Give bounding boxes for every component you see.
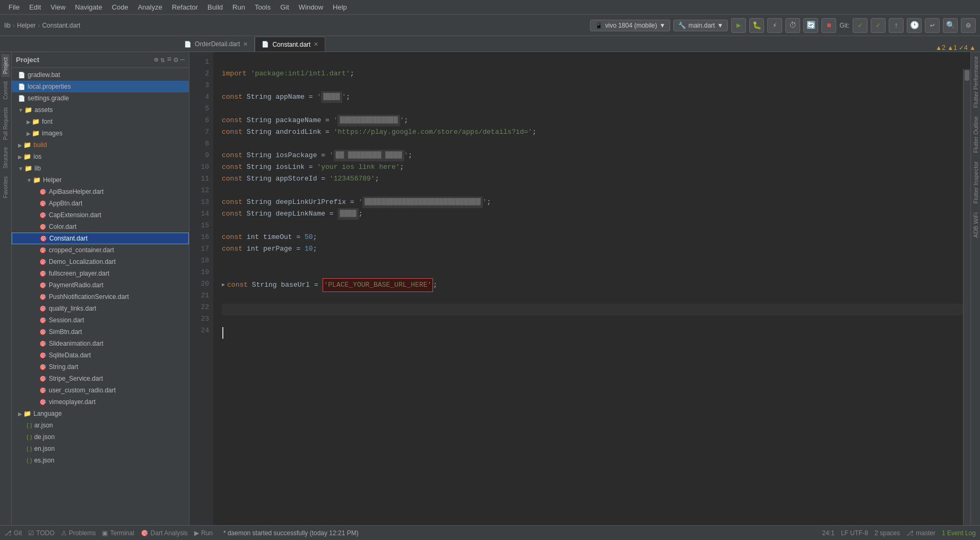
tree-item-build[interactable]: ▶ 📁 build <box>12 139 189 151</box>
status-eventlog[interactable]: 1 Event Log <box>942 529 976 537</box>
tree-item-quality[interactable]: 🎯 quality_links.dart <box>12 303 189 314</box>
tree-item-capext[interactable]: 🎯 CapExtension.dart <box>12 209 189 221</box>
device-selector[interactable]: 📱 vivo 1804 (mobile) ▼ <box>590 20 670 31</box>
breadcrumb-file[interactable]: Constant.dart <box>42 22 80 29</box>
status-git[interactable]: ⎇ Git <box>4 529 22 537</box>
tree-item-demoloc[interactable]: 🎯 Demo_Localization.dart <box>12 256 189 268</box>
tree-item-session[interactable]: 🎯 Session.dart <box>12 314 189 326</box>
status-run[interactable]: ▶ Run <box>194 529 213 537</box>
tree-item-payment[interactable]: 🎯 PaymentRadio.dart <box>12 279 189 291</box>
tab-constant[interactable]: 📄 Constant.dart ✕ <box>255 37 325 52</box>
menu-edit[interactable]: Edit <box>25 2 45 12</box>
tree-item-color[interactable]: 🎯 Color.dart <box>12 221 189 233</box>
tree-item-gradlew[interactable]: 📄 gradlew.bat <box>12 69 189 81</box>
tree-item-fullscreen[interactable]: 🎯 fullscreen_player.dart <box>12 268 189 279</box>
tab-close-constant[interactable]: ✕ <box>314 41 318 48</box>
tree-item-lib[interactable]: ▼ 📁 lib <box>12 162 189 174</box>
tree-item-constant[interactable]: 🎯 Constant.dart <box>12 233 189 244</box>
sidebar-pin-icon[interactable]: ⊕ <box>154 55 158 64</box>
tab-close-orderdetail[interactable]: ✕ <box>243 41 248 48</box>
sidebar-settings-icon[interactable]: ⚙ <box>174 55 178 64</box>
tree-item-de[interactable]: { } de.json <box>12 431 189 443</box>
menu-analyze[interactable]: Analyze <box>134 2 167 12</box>
profile-button[interactable]: ⏱ <box>785 18 800 33</box>
tree-item-es[interactable]: { } es.json <box>12 455 189 466</box>
breadcrumb-helper[interactable]: Helper <box>17 22 36 29</box>
sidebar-close-icon[interactable]: — <box>180 55 185 64</box>
tree-item-appbtn[interactable]: 🎯 AppBtn.dart <box>12 198 189 209</box>
tree-item-en[interactable]: { } en.json <box>12 443 189 455</box>
tree-item-stripe[interactable]: 🎯 Stripe_Service.dart <box>12 373 189 384</box>
tree-item-apibase[interactable]: 🎯 ApiBaseHelper.dart <box>12 186 189 198</box>
git-checkmark[interactable]: ✓ <box>853 18 868 33</box>
tree-item-font[interactable]: ▶ 📁 font <box>12 116 189 127</box>
menu-code[interactable]: Code <box>108 2 133 12</box>
run-config[interactable]: 🔧 main.dart ▼ <box>673 20 728 31</box>
sidebar-sort-icon[interactable]: ⇅ <box>160 55 164 64</box>
vtab-favorites[interactable]: Favorites <box>2 173 10 201</box>
expand-icon[interactable]: ▶ <box>222 279 225 291</box>
dart-icon: 🎯 <box>39 375 47 382</box>
rollback-button[interactable]: ↩ <box>925 18 940 33</box>
menu-run[interactable]: Run <box>228 2 249 12</box>
debug-button[interactable]: 🐛 <box>749 18 764 33</box>
git-push[interactable]: ↑ <box>889 18 904 33</box>
vtab-commit[interactable]: Commit <box>2 78 10 102</box>
stop-button[interactable]: ■ <box>821 18 836 33</box>
code-editor[interactable]: 12345 678910 1112131415 1617181920 21222… <box>189 52 970 525</box>
tree-item-ios[interactable]: ▶ 📁 ios <box>12 151 189 162</box>
status-problems[interactable]: ⚠ Problems <box>61 529 96 537</box>
tab-orderdetail[interactable]: 📄 OrderDetail.dart ✕ <box>178 37 255 52</box>
hot-reload-button[interactable]: 🔄 <box>803 18 818 33</box>
tree-item-sqlite[interactable]: 🎯 SqliteData.dart <box>12 349 189 361</box>
arrow-icon: ▶ <box>18 142 22 148</box>
menu-build[interactable]: Build <box>203 2 227 12</box>
coverage-button[interactable]: ⚡ <box>767 18 782 33</box>
tree-item-language[interactable]: ▶ 📁 Language <box>12 408 189 419</box>
tree-item-helper[interactable]: ▼ 📁 Helper <box>12 174 189 186</box>
vtab-pullrequests[interactable]: Pull Requests <box>2 104 10 143</box>
vtab-project[interactable]: Project <box>2 54 10 77</box>
search-button[interactable]: 🔍 <box>943 18 958 33</box>
menu-view[interactable]: View <box>46 2 70 12</box>
code-line-7: const String androidLink = 'https://play… <box>222 126 970 138</box>
panel-flutter-performance[interactable]: Flutter Performance <box>972 52 980 112</box>
status-dartanalysis[interactable]: 🎯 Dart Analysis <box>141 529 188 537</box>
tree-item-push[interactable]: 🎯 PushNotificationService.dart <box>12 291 189 303</box>
code-content[interactable]: import 'package:intl/intl.dart' ; const … <box>213 52 970 525</box>
scrollbar[interactable] <box>963 69 970 525</box>
menu-help[interactable]: Help <box>328 2 351 12</box>
tree-item-string[interactable]: 🎯 String.dart <box>12 361 189 373</box>
run-button[interactable]: ▶ <box>731 18 746 33</box>
tree-item-images[interactable]: ▶ 📁 images <box>12 127 189 139</box>
status-branch[interactable]: ⎇ master <box>906 529 935 537</box>
breadcrumb-lib[interactable]: lib <box>4 22 11 29</box>
tree-item-assets[interactable]: ▼ 📁 assets <box>12 104 189 116</box>
menu-tools[interactable]: Tools <box>250 2 275 12</box>
tree-item-cropped[interactable]: 🎯 cropped_container.dart <box>12 244 189 256</box>
settings-button[interactable]: ⚙ <box>961 18 976 33</box>
history-button[interactable]: 🕐 <box>907 18 922 33</box>
tree-item-vimeo[interactable]: 🎯 vimeoplayer.dart <box>12 396 189 408</box>
status-todo[interactable]: ☑ TODO <box>28 529 54 537</box>
panel-flutter-outline[interactable]: Flutter Outline <box>972 112 980 157</box>
sidebar-filter-icon[interactable]: ≡ <box>167 55 171 64</box>
menu-window[interactable]: Window <box>294 2 327 12</box>
tree-item-ar[interactable]: { } ar.json <box>12 419 189 431</box>
menu-navigate[interactable]: Navigate <box>71 2 106 12</box>
menu-file[interactable]: File <box>4 2 24 12</box>
git-checkmark2[interactable]: ✓ <box>871 18 886 33</box>
menu-refactor[interactable]: Refactor <box>168 2 202 12</box>
panel-flutter-inspector[interactable]: Flutter Inspector <box>972 157 980 208</box>
tree-item-localprops[interactable]: 📄 local.properties <box>12 81 189 92</box>
menubar: File Edit View Navigate Code Analyze Ref… <box>0 0 980 15</box>
tree-item-settings[interactable]: 📄 settings.gradle <box>12 92 189 104</box>
status-terminal[interactable]: ▣ Terminal <box>102 529 134 537</box>
panel-adb-wifi[interactable]: ADB WiFi <box>972 208 980 242</box>
tree-item-simbtn[interactable]: 🎯 SimBtn.dart <box>12 326 189 338</box>
vtab-structure[interactable]: Structure <box>2 144 10 172</box>
menu-git[interactable]: Git <box>276 2 293 12</box>
tree-item-usercustom[interactable]: 🎯 user_custom_radio.dart <box>12 384 189 396</box>
tree-item-slide[interactable]: 🎯 Slideanimation.dart <box>12 338 189 349</box>
dart-icon: 🎯 <box>39 247 47 254</box>
